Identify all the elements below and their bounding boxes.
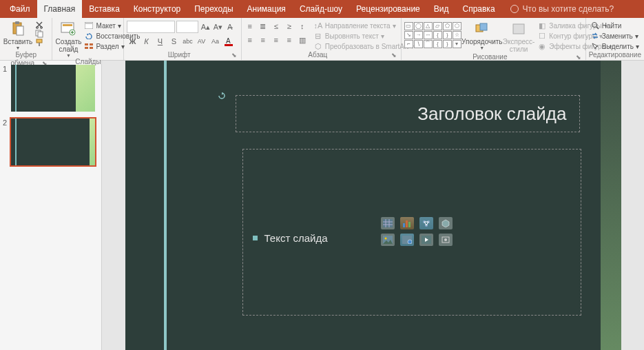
- group-font: A▴ A▾ A̶ Ж К Ч S abc AV Aa A Шрифт⬊: [124, 18, 241, 60]
- quick-styles-button[interactable]: Экспресс- стили: [503, 19, 535, 53]
- slide-thumbnails-panel: 1 2: [0, 61, 102, 350]
- underline-button[interactable]: Ч: [154, 36, 165, 47]
- text-direction-button[interactable]: ↕AНаправление текста ▾: [312, 21, 415, 30]
- slide-gradient-edge: [601, 61, 621, 350]
- align-text-button[interactable]: ⊟Выровнять текст ▾: [312, 31, 415, 41]
- svg-rect-22: [513, 24, 524, 34]
- svg-rect-6: [38, 32, 43, 37]
- slide-canvas-area[interactable]: Заголовок слайда Текст слайда: [102, 61, 644, 350]
- tab-slideshow[interactable]: Слайд-шоу: [293, 0, 349, 18]
- svg-rect-10: [63, 24, 72, 26]
- tab-animations[interactable]: Анимация: [240, 0, 293, 18]
- convert-smartart-button[interactable]: ⬡Преобразовать в SmartArt ▾: [312, 41, 415, 51]
- insert-table-icon[interactable]: [381, 217, 395, 229]
- tab-insert[interactable]: Вставка: [82, 0, 127, 18]
- svg-rect-27: [408, 222, 411, 227]
- justify-button[interactable]: ≡: [284, 34, 295, 45]
- format-painter-icon[interactable]: [34, 39, 44, 47]
- group-font-label: Шрифт: [168, 51, 191, 59]
- tab-review[interactable]: Рецензирование: [349, 0, 427, 18]
- increase-font-icon[interactable]: A▴: [200, 21, 211, 32]
- chevron-down-icon: ▼: [16, 45, 21, 50]
- svg-rect-16: [90, 43, 93, 45]
- svg-rect-2: [17, 26, 23, 35]
- svg-rect-21: [480, 23, 487, 30]
- italic-button[interactable]: К: [141, 36, 152, 47]
- new-slide-button[interactable]: Создать слайд ▼: [55, 19, 81, 58]
- group-slides: Создать слайд ▼ Макет ▾ Восстановить Раз…: [52, 18, 124, 60]
- rotation-handle-icon[interactable]: [218, 92, 225, 99]
- quick-styles-label: Экспресс- стили: [503, 38, 535, 53]
- slide-thumbnail-1[interactable]: [11, 65, 95, 112]
- outline-icon: ☐: [537, 32, 547, 40]
- thumb-number: 1: [3, 65, 8, 73]
- decrease-indent-button[interactable]: ≤: [271, 21, 282, 32]
- tab-help[interactable]: Справка: [455, 0, 501, 18]
- svg-rect-8: [39, 43, 40, 46]
- numbering-button[interactable]: ≣: [258, 21, 269, 32]
- bullet-icon: [253, 236, 258, 240]
- change-case-button[interactable]: Aa: [209, 36, 220, 47]
- tab-home[interactable]: Главная: [37, 0, 83, 18]
- strike-button[interactable]: S: [168, 36, 179, 47]
- font-color-button[interactable]: A: [223, 36, 234, 47]
- workspace: 1 2 Заголовок слайда Текс: [0, 61, 644, 350]
- title-placeholder[interactable]: Заголовок слайда: [236, 95, 580, 132]
- copy-icon[interactable]: [34, 30, 44, 38]
- arrange-icon: [472, 21, 492, 37]
- content-placeholder[interactable]: Текст слайда: [242, 149, 581, 316]
- quick-styles-icon: [509, 21, 528, 37]
- tab-file[interactable]: Файл: [3, 0, 37, 18]
- svg-point-32: [384, 238, 386, 240]
- chevron-down-icon: ▼: [66, 53, 71, 58]
- align-right-button[interactable]: ≡: [271, 34, 282, 45]
- increase-indent-button[interactable]: ≥: [284, 21, 295, 32]
- cut-icon[interactable]: [34, 21, 44, 29]
- insert-chart-icon[interactable]: [400, 217, 414, 229]
- smartart-icon: ⬡: [313, 42, 323, 50]
- insert-online-picture-icon[interactable]: [400, 234, 414, 246]
- arrange-button[interactable]: Упорядочить ▼: [463, 19, 501, 50]
- new-slide-icon: [59, 21, 78, 37]
- line-spacing-button[interactable]: ↕: [297, 21, 308, 32]
- replace-icon: [590, 32, 600, 40]
- dialog-launcher-icon[interactable]: ⬊: [391, 51, 397, 59]
- find-button[interactable]: Найти: [589, 21, 641, 30]
- svg-rect-24: [383, 219, 393, 227]
- insert-picture-icon[interactable]: [381, 234, 395, 246]
- group-editing-label: Редактирование: [589, 51, 641, 59]
- columns-button[interactable]: ▥: [297, 34, 308, 45]
- group-clipboard: Вставить ▼ Буфер обмена⬊: [0, 18, 52, 60]
- slide-thumbnail-2[interactable]: [11, 119, 95, 165]
- align-left-button[interactable]: ≡: [245, 34, 256, 45]
- svg-rect-19: [225, 44, 233, 46]
- font-size-combo[interactable]: [176, 21, 198, 33]
- paste-button[interactable]: Вставить ▼: [3, 19, 33, 50]
- decrease-font-icon[interactable]: A▾: [212, 21, 223, 32]
- tab-view[interactable]: Вид: [427, 0, 456, 18]
- bold-button[interactable]: Ж: [127, 36, 138, 47]
- fill-icon: ◧: [537, 21, 547, 30]
- shadow-button[interactable]: abc: [182, 36, 193, 47]
- clear-format-icon[interactable]: A̶: [225, 21, 236, 32]
- insert-smartart-icon[interactable]: [419, 217, 433, 229]
- paste-label: Вставить: [3, 38, 32, 45]
- align-center-button[interactable]: ≡: [258, 34, 269, 45]
- select-button[interactable]: Выделить ▾: [589, 41, 641, 51]
- slide[interactable]: Заголовок слайда Текст слайда: [125, 61, 621, 350]
- tab-design[interactable]: Конструктор: [127, 0, 187, 18]
- insert-video-icon[interactable]: [419, 234, 433, 246]
- insert-icon-icon[interactable]: [439, 234, 453, 246]
- svg-rect-26: [406, 220, 408, 227]
- shapes-gallery[interactable]: ▭◯△▱⬠⬡ ↘→↔{}☆ ⌐∖⌒{}▾: [404, 22, 461, 48]
- align-text-icon: ⊟: [313, 32, 323, 40]
- bullets-button[interactable]: ≡: [245, 21, 256, 32]
- reset-icon: [84, 32, 94, 40]
- insert-3d-icon[interactable]: [439, 217, 453, 229]
- replace-button[interactable]: Заменить ▾: [589, 31, 641, 41]
- char-spacing-button[interactable]: AV: [196, 36, 207, 47]
- font-family-combo[interactable]: [127, 21, 175, 33]
- dialog-launcher-icon[interactable]: ⬊: [231, 51, 237, 59]
- tell-me-search[interactable]: Что вы хотите сделать?: [510, 0, 614, 18]
- tab-transitions[interactable]: Переходы: [187, 0, 240, 18]
